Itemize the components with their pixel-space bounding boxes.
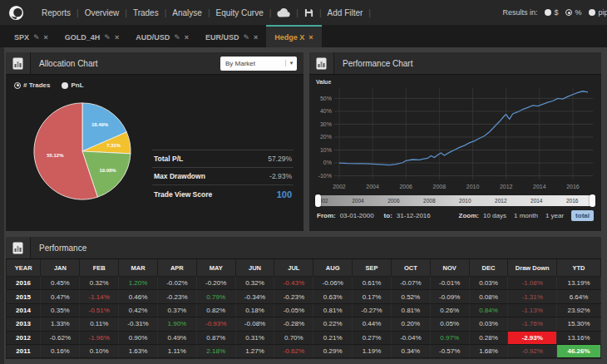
y-tick-label: 0%: [323, 160, 332, 166]
top-row: Allocation Chart By Market ▾ # TradesPnL…: [6, 52, 601, 231]
left-edge-strip: [0, 47, 4, 364]
nav-item-overview[interactable]: Overview: [85, 8, 120, 17]
radio-icon: [62, 82, 68, 89]
value-cell: 1.20%: [119, 277, 158, 290]
value-cell: 0.70%: [274, 331, 313, 344]
close-tab-icon[interactable]: ×: [185, 33, 189, 42]
value-cell: 2.18%: [196, 344, 235, 357]
value-cell: -0.04%: [391, 331, 430, 344]
tab-hedge-x[interactable]: Hedge X×: [266, 25, 321, 47]
table-row-2012: 2012-0.62%-1.96%0.90%0.49%0.87%0.31%0.70…: [7, 331, 601, 344]
close-tab-icon[interactable]: ×: [44, 33, 48, 42]
value-cell: -0.43%: [274, 277, 313, 290]
chart-document-icon: [309, 52, 334, 74]
table-row-2011: 20110.16%0.10%1.63%1.11%2.18%1.27%-0.62%…: [7, 344, 601, 357]
save-icon[interactable]: [304, 8, 313, 17]
results-in-options: $%pips: [545, 8, 607, 17]
y-tick-label: 40%: [320, 108, 332, 114]
year-cell: 2013: [7, 317, 41, 331]
chart-range-slider[interactable]: 20022004200620082010201220142016: [317, 195, 594, 206]
value-cell: 0.30%: [353, 358, 392, 359]
value-cell: 0.32%: [80, 277, 119, 290]
app-logo-icon[interactable]: [8, 5, 24, 21]
column-header-ytd: YTD: [557, 259, 601, 277]
edit-tab-icon[interactable]: ✎: [174, 33, 180, 42]
value-cell: 0.52%: [391, 290, 430, 303]
app-window: Reports|Overview|Trades|Analyse|Equity C…: [0, 0, 607, 364]
chart-document-icon: [6, 52, 31, 74]
results-option-dollar[interactable]: $: [545, 8, 558, 17]
value-cell: 6.64%: [557, 290, 601, 303]
close-tab-icon[interactable]: ×: [308, 33, 313, 42]
nav-item-add-filter[interactable]: Add Filter: [328, 8, 363, 17]
value-cell: -0.05%: [274, 303, 313, 317]
stat-value: 57.29%: [268, 155, 292, 163]
allocation-panel-header: Allocation Chart By Market ▾: [6, 52, 304, 75]
results-option-percent[interactable]: %: [565, 8, 581, 17]
nav-item-reports[interactable]: Reports: [42, 8, 71, 17]
value-cell: -0.20%: [196, 277, 235, 290]
x-tick-label: 2016: [566, 184, 580, 189]
zoom-option-1-month[interactable]: 1 month: [514, 212, 538, 219]
nav-item-analyse[interactable]: Analyse: [172, 8, 202, 17]
stat-label: Total P/L: [154, 155, 183, 163]
cloud-upload-icon[interactable]: [277, 8, 290, 17]
nav-item-trades[interactable]: Trades: [133, 8, 159, 17]
stat-value: -2.93%: [269, 172, 292, 180]
value-cell: 0.66%: [235, 358, 274, 359]
x-tick-label: 2004: [366, 184, 379, 189]
value-cell: 0.47%: [41, 290, 80, 303]
radio-icon: [565, 9, 572, 16]
value-cell: 0.84%: [196, 358, 235, 359]
nav-menu: Reports|Overview|Trades|Analyse|Equity C…: [36, 8, 271, 17]
value-cell: -2.93%: [508, 331, 557, 344]
range-slider-band[interactable]: 20022004200620082010201220142016: [317, 195, 594, 206]
value-cell: -0.62%: [274, 344, 313, 357]
navigator-year-label: 2008: [423, 198, 435, 204]
value-cell: 1.27%: [235, 344, 274, 357]
value-cell: 0.20%: [391, 317, 430, 331]
zoom-controls: Zoom: 10 days1 month1 yeartotal: [459, 210, 595, 221]
nav-separator: |: [269, 8, 272, 17]
value-cell: -0.06%: [313, 277, 353, 290]
to-date[interactable]: 31-12-2016: [397, 212, 431, 219]
slider-handle-left[interactable]: [315, 194, 321, 207]
tab-eur-usd[interactable]: EUR/USD✎×: [197, 25, 266, 47]
column-header-year: YEAR: [7, 259, 41, 277]
column-header-feb: FEB: [80, 259, 119, 277]
value-cell: 1.11%: [157, 344, 196, 357]
series-option-pnl[interactable]: PnL: [62, 81, 83, 89]
navigator-year-label: 2006: [387, 198, 399, 204]
nav-item-equity-curve[interactable]: Equity Curve: [215, 8, 263, 17]
from-date[interactable]: 03-01-2000: [340, 212, 374, 219]
zoom-option-1-year[interactable]: 1 year: [545, 212, 564, 219]
y-tick-label: 30%: [320, 121, 332, 127]
tab-aud-usd[interactable]: AUD/USD✎×: [127, 25, 197, 47]
stat-label: Max Drawdown: [154, 172, 205, 180]
series-option-trades[interactable]: # Trades: [14, 81, 50, 89]
value-cell: 1.68%: [469, 344, 508, 357]
market-dropdown[interactable]: By Market ▾: [220, 57, 297, 71]
edit-tab-icon[interactable]: ✎: [104, 33, 111, 42]
tab-gold-4h[interactable]: GOLD_4H✎×: [57, 25, 127, 47]
tab-spx[interactable]: SPX✎×: [6, 25, 57, 47]
zoom-option-total[interactable]: total: [571, 210, 594, 221]
navigator-year-label: 2014: [531, 198, 542, 204]
value-cell: -0.51%: [80, 303, 119, 317]
value-cell: 0.08%: [469, 290, 508, 303]
tab-label: GOLD_4H: [65, 33, 101, 42]
edit-tab-icon[interactable]: ✎: [244, 33, 250, 42]
close-tab-icon[interactable]: ×: [115, 33, 119, 42]
value-cell: 0.26%: [430, 303, 469, 317]
edit-tab-icon[interactable]: ✎: [33, 33, 40, 42]
column-header-jun: JUN: [235, 259, 274, 277]
slider-handle-right[interactable]: [590, 194, 595, 207]
value-cell: 0.22%: [313, 317, 353, 331]
value-cell: -1.76%: [508, 317, 557, 331]
radio-icon: [14, 82, 21, 89]
zoom-option-10-days[interactable]: 10 days: [483, 212, 506, 219]
close-tab-icon[interactable]: ×: [254, 33, 258, 42]
results-option-pips[interactable]: pips: [589, 8, 607, 17]
value-cell: 0.32%: [235, 277, 274, 290]
column-header-jul: JUL: [274, 259, 313, 277]
